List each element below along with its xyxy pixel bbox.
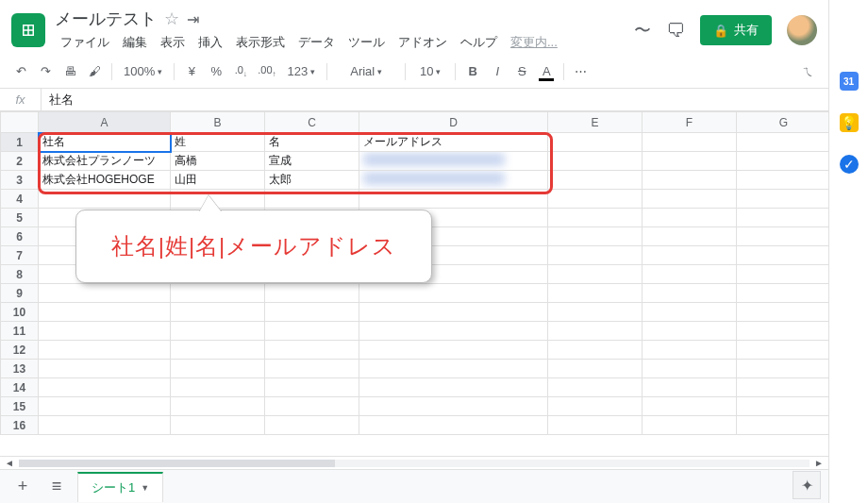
decrease-decimal-button[interactable]: .0↓ xyxy=(229,59,252,84)
cell[interactable]: メールアドレス xyxy=(359,133,548,152)
formula-input[interactable]: 社名 xyxy=(42,92,74,109)
column-header-g[interactable]: G xyxy=(737,112,829,133)
cell[interactable] xyxy=(643,378,737,397)
cell[interactable] xyxy=(548,171,643,190)
cell[interactable] xyxy=(171,303,265,322)
cell[interactable]: 株式会社プランノーツ xyxy=(39,152,171,171)
cell[interactable] xyxy=(359,284,548,303)
cell[interactable] xyxy=(737,397,829,416)
cell[interactable] xyxy=(737,227,829,246)
cell[interactable]: 名 xyxy=(265,133,359,152)
cell[interactable] xyxy=(548,284,643,303)
cell[interactable] xyxy=(548,246,643,265)
cell[interactable] xyxy=(265,397,359,416)
calendar-icon[interactable]: 31 xyxy=(840,72,859,91)
cell[interactable] xyxy=(171,322,265,341)
cell[interactable] xyxy=(548,322,643,341)
cell[interactable] xyxy=(737,284,829,303)
row-header[interactable]: 7 xyxy=(1,246,39,265)
cell[interactable] xyxy=(265,190,359,209)
column-header-a[interactable]: A xyxy=(39,112,171,133)
cell[interactable] xyxy=(265,303,359,322)
cell[interactable]: 株式会社HOGEHOGE xyxy=(39,171,171,190)
cell[interactable] xyxy=(359,171,548,190)
row-header[interactable]: 13 xyxy=(1,360,39,378)
keep-icon[interactable]: 💡 xyxy=(840,113,859,132)
cell[interactable] xyxy=(548,227,643,246)
zoom-select[interactable]: 100% xyxy=(118,59,168,84)
menu-data[interactable]: データ xyxy=(292,32,341,53)
cell[interactable] xyxy=(643,303,737,322)
explore-button[interactable]: ✦ xyxy=(793,471,821,499)
strike-button[interactable]: S xyxy=(510,59,533,84)
cell[interactable] xyxy=(39,341,171,360)
currency-button[interactable]: ¥ xyxy=(180,59,203,84)
cell[interactable] xyxy=(643,284,737,303)
menu-addons[interactable]: アドオン xyxy=(392,32,453,53)
cell[interactable] xyxy=(39,284,171,303)
select-all-corner[interactable] xyxy=(1,112,39,133)
star-icon[interactable]: ☆ xyxy=(164,8,179,29)
percent-button[interactable]: % xyxy=(205,59,227,84)
cell[interactable] xyxy=(548,209,643,227)
cell[interactable] xyxy=(737,303,829,322)
cell[interactable]: 社名 xyxy=(39,133,171,152)
menu-tools[interactable]: ツール xyxy=(342,32,391,53)
cell[interactable]: 山田 xyxy=(171,171,265,190)
row-header[interactable]: 1 xyxy=(1,133,39,152)
cell[interactable] xyxy=(171,341,265,360)
column-header-e[interactable]: E xyxy=(548,112,643,133)
row-header[interactable]: 16 xyxy=(1,416,39,435)
comments-icon[interactable]: 🗨 xyxy=(666,20,685,42)
cell[interactable] xyxy=(643,171,737,190)
cell[interactable] xyxy=(643,322,737,341)
sheet-tab-menu-icon[interactable]: ▼ xyxy=(141,483,149,493)
cell[interactable]: 太郎 xyxy=(265,171,359,190)
horizontal-scrollbar[interactable]: ◄ ► xyxy=(0,456,828,469)
cell[interactable] xyxy=(737,341,829,360)
share-button[interactable]: 🔒 共有 xyxy=(700,15,772,45)
row-header[interactable]: 9 xyxy=(1,284,39,303)
column-header-f[interactable]: F xyxy=(643,112,737,133)
last-edit-hint[interactable]: 変更内... xyxy=(505,32,563,53)
cell[interactable] xyxy=(359,190,548,209)
cell[interactable] xyxy=(39,360,171,378)
sheets-logo-icon[interactable] xyxy=(11,13,45,47)
spreadsheet-grid[interactable]: A B C D E F G 1社名姓名メールアドレス2株式会社プランノーツ高橋宣… xyxy=(0,111,828,456)
cell[interactable] xyxy=(171,378,265,397)
fx-icon[interactable]: fx xyxy=(0,89,42,110)
cell[interactable] xyxy=(737,322,829,341)
cell[interactable] xyxy=(548,397,643,416)
cell[interactable] xyxy=(548,416,643,435)
collapse-toolbar-button[interactable]: ㄟ xyxy=(796,59,819,84)
document-title[interactable]: メールテスト xyxy=(55,8,157,30)
cell[interactable] xyxy=(737,209,829,227)
sheet-tab-1[interactable]: シート1 ▼ xyxy=(77,472,163,502)
cell[interactable] xyxy=(39,190,171,209)
cell[interactable] xyxy=(643,265,737,284)
cell[interactable] xyxy=(643,209,737,227)
cell[interactable]: 姓 xyxy=(171,133,265,152)
cell[interactable] xyxy=(548,190,643,209)
cell[interactable] xyxy=(171,397,265,416)
cell[interactable]: 宣成 xyxy=(265,152,359,171)
scroll-left-icon[interactable]: ◄ xyxy=(0,458,19,468)
cell[interactable] xyxy=(548,341,643,360)
row-header[interactable]: 5 xyxy=(1,209,39,227)
menu-file[interactable]: ファイル xyxy=(55,32,115,53)
menu-view[interactable]: 表示 xyxy=(155,32,191,53)
row-header[interactable]: 12 xyxy=(1,341,39,360)
row-header[interactable]: 14 xyxy=(1,378,39,397)
row-header[interactable]: 3 xyxy=(1,171,39,190)
redo-button[interactable]: ↷ xyxy=(34,59,57,84)
cell[interactable] xyxy=(265,284,359,303)
column-header-b[interactable]: B xyxy=(171,112,265,133)
menu-edit[interactable]: 編集 xyxy=(117,32,153,53)
cell[interactable] xyxy=(359,416,548,435)
cell[interactable] xyxy=(643,416,737,435)
cell[interactable] xyxy=(265,360,359,378)
cell[interactable] xyxy=(171,416,265,435)
paint-format-button[interactable]: 🖌 xyxy=(83,59,106,84)
print-button[interactable]: 🖶 xyxy=(58,59,81,84)
cell[interactable] xyxy=(171,360,265,378)
